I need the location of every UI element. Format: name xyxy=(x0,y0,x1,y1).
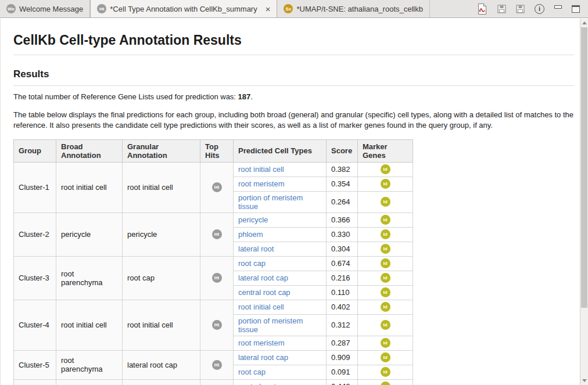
predicted-cell-type-cell: root initial cell xyxy=(234,300,327,314)
predicted-cell-type-cell: root cap xyxy=(234,365,327,379)
predicted-cell-type-link[interactable]: central root cap xyxy=(238,382,291,385)
tab-bar: We Welcome Message Ht *Cell Type Annotat… xyxy=(0,0,588,18)
column-header-score: Score xyxy=(327,139,358,162)
score-cell: 0.264 xyxy=(327,191,358,213)
reference-count-line: The total number of Reference Gene Lists… xyxy=(13,92,574,101)
marker-genes-icon[interactable]: Id xyxy=(381,244,390,254)
marker-genes-icon[interactable]: Id xyxy=(381,258,390,268)
granular-annotation-cell: root initial cell xyxy=(123,300,200,350)
predicted-cell-type-link[interactable]: portion of meristem tissue xyxy=(238,316,303,334)
marker-genes-cell: Id xyxy=(358,256,413,271)
score-cell: 0.366 xyxy=(327,213,358,227)
marker-genes-icon[interactable]: Id xyxy=(381,197,390,207)
predicted-cell-type-link[interactable]: root cap xyxy=(238,368,266,376)
marker-genes-cell: Id xyxy=(358,314,413,336)
marker-genes-icon[interactable]: Id xyxy=(381,338,390,348)
granular-annotation-cell: pericycle xyxy=(123,213,200,256)
marker-genes-icon[interactable]: Id xyxy=(381,179,390,189)
predicted-cell-type-cell: root meristem xyxy=(234,336,327,350)
page-title: CellKb Cell-type Annotation Results xyxy=(13,33,574,55)
top-hits-cell: Ht xyxy=(200,300,234,350)
predicted-cell-type-link[interactable]: root initial cell xyxy=(238,303,284,311)
annotation-tab-icon: Ht xyxy=(97,4,106,13)
tab-cell-type-annotation[interactable]: Ht *Cell Type Annotation with CellKb_sum… xyxy=(90,0,277,17)
top-hits-icon[interactable]: Ht xyxy=(212,360,222,370)
predicted-cell-type-cell: root cap xyxy=(234,256,327,271)
marker-genes-icon[interactable]: Id xyxy=(381,382,390,385)
scrollbar-thumb[interactable] xyxy=(581,27,587,308)
predicted-cell-type-link[interactable]: lateral root xyxy=(238,244,274,253)
marker-genes-icon[interactable]: Id xyxy=(381,302,390,312)
broad-annotation-cell: root initial cell xyxy=(56,300,123,350)
tab-umap-tsne[interactable]: Sc *UMAP/t-SNE: athaliana_roots_cellkb xyxy=(277,0,430,17)
minimize-button[interactable] xyxy=(554,5,562,9)
marker-genes-cell: Id xyxy=(358,213,413,227)
predicted-cell-type-link[interactable]: central root cap xyxy=(238,288,291,297)
vertical-scrollbar[interactable] xyxy=(580,19,588,385)
predicted-cell-type-link[interactable]: phloem xyxy=(238,230,263,239)
marker-genes-icon[interactable]: Id xyxy=(381,273,390,283)
top-hits-icon[interactable]: Ht xyxy=(212,182,222,192)
marker-genes-cell: Id xyxy=(358,365,413,379)
close-tab-icon[interactable]: × xyxy=(266,5,271,13)
predicted-cell-type-cell: phloem xyxy=(234,227,327,242)
marker-genes-cell: Id xyxy=(358,177,413,191)
predicted-cell-type-cell: root meristem xyxy=(234,177,327,191)
save-icon[interactable] xyxy=(497,5,506,13)
predicted-cell-type-link[interactable]: root cap xyxy=(238,259,266,268)
tab-label: *UMAP/t-SNE: athaliana_roots_cellkb xyxy=(296,5,423,13)
tab-welcome-message[interactable]: We Welcome Message xyxy=(0,0,90,17)
results-section-title: Results xyxy=(13,69,574,86)
scroll-down-arrow-icon[interactable] xyxy=(580,376,588,385)
welcome-tab-icon: We xyxy=(6,4,16,13)
predicted-cell-type-link[interactable]: root initial cell xyxy=(238,165,284,174)
score-cell: 0.674 xyxy=(327,256,358,271)
broad-annotation-cell: root parenchyma xyxy=(56,256,123,300)
group-cell: Cluster-3 xyxy=(14,256,56,300)
marker-genes-cell: Id xyxy=(358,336,413,350)
predicted-cell-type-link[interactable]: root meristem xyxy=(238,339,284,347)
marker-genes-icon[interactable]: Id xyxy=(381,229,390,239)
pdf-export-icon[interactable] xyxy=(476,3,487,15)
broad-annotation-cell: root parenchyma xyxy=(56,379,123,385)
marker-genes-icon[interactable]: Id xyxy=(381,367,390,377)
predicted-cell-type-cell: portion of meristem tissue xyxy=(234,314,327,336)
scatter-tab-icon: Sc xyxy=(284,4,293,13)
broad-annotation-cell: pericycle xyxy=(56,213,123,256)
granular-annotation-cell: root initial cell xyxy=(123,162,200,213)
marker-genes-icon[interactable]: Id xyxy=(381,215,390,225)
group-cell: Cluster-4 xyxy=(14,300,56,350)
group-cell: Cluster-6 xyxy=(14,379,56,385)
predicted-cell-type-link[interactable]: root meristem xyxy=(238,179,284,188)
marker-genes-cell: Id xyxy=(358,162,413,177)
granular-annotation-cell: lateral root cap xyxy=(123,350,200,379)
score-cell: 0.402 xyxy=(327,300,358,314)
save-as-icon[interactable] xyxy=(516,5,525,13)
marker-genes-icon[interactable]: Id xyxy=(381,352,390,362)
score-cell: 0.304 xyxy=(327,242,358,256)
scroll-up-arrow-icon[interactable] xyxy=(580,19,588,27)
predicted-cell-type-link[interactable]: lateral root cap xyxy=(238,274,288,282)
marker-genes-cell: Id xyxy=(358,191,413,213)
predicted-cell-type-link[interactable]: portion of meristem tissue xyxy=(238,193,303,211)
table-description: The table below displays the final predi… xyxy=(13,110,574,131)
maximize-button[interactable] xyxy=(572,5,580,13)
info-icon[interactable]: i xyxy=(535,4,544,14)
top-hits-icon[interactable]: Ht xyxy=(212,229,222,239)
results-page: CellKb Cell-type Annotation Results Resu… xyxy=(0,19,580,385)
table-row: Cluster-6root parenchymacentral root cap… xyxy=(14,379,413,385)
predicted-cell-type-link[interactable]: pericycle xyxy=(238,215,268,224)
group-cell: Cluster-1 xyxy=(14,162,56,213)
predicted-cell-type-link[interactable]: lateral root cap xyxy=(238,353,288,362)
table-row: Cluster-1root initial cellroot initial c… xyxy=(14,162,413,177)
top-hits-cell: Ht xyxy=(200,162,234,213)
marker-genes-icon[interactable]: Id xyxy=(381,320,390,330)
top-hits-cell: Ht xyxy=(200,350,234,379)
marker-genes-icon[interactable]: Id xyxy=(381,164,390,174)
top-hits-icon[interactable]: Ht xyxy=(212,273,222,283)
marker-genes-icon[interactable]: Id xyxy=(381,287,390,297)
predicted-cell-type-cell: central root cap xyxy=(234,379,327,385)
predicted-cell-type-cell: root initial cell xyxy=(234,162,327,177)
top-hits-icon[interactable]: Ht xyxy=(212,320,222,330)
score-cell: 0.091 xyxy=(327,365,358,379)
